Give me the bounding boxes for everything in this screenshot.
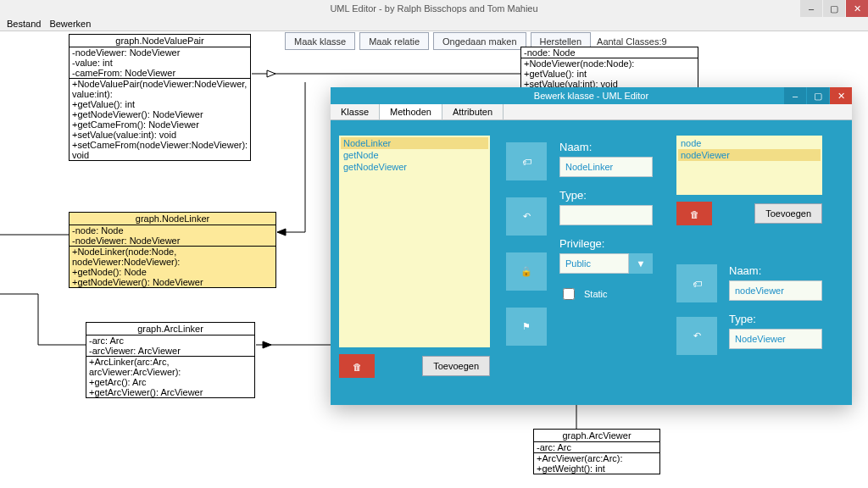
maximize-button[interactable]: ▢	[823, 0, 845, 17]
menu-edit[interactable]: Bewerken	[49, 17, 91, 30]
list-item[interactable]: node	[678, 137, 821, 149]
dialog-tabs: Klasse Methoden Attributen	[331, 104, 852, 120]
undo-icon: ↶	[693, 330, 701, 341]
privilege-value: Public	[559, 253, 629, 274]
class-attributes: -node: Node	[521, 47, 698, 58]
add-method-button[interactable]: Toevoegen	[422, 356, 490, 376]
delete-param-button[interactable]: 🗑	[676, 202, 712, 225]
class-operations: +NodeLinker(node:Node, nodeViewer:NodeVi…	[70, 247, 275, 287]
param-type-input[interactable]	[729, 329, 822, 349]
list-item[interactable]: getNodeViewer	[341, 161, 488, 173]
param-name-input[interactable]	[729, 280, 822, 301]
list-item[interactable]: nodeViewer	[678, 149, 821, 161]
tab-attributen[interactable]: Attributen	[442, 104, 504, 119]
add-param-button[interactable]: Toevoegen	[754, 203, 822, 224]
class-attributes: -nodeViewer: NodeViewer -value: int -cam…	[70, 47, 250, 79]
tag-icon: 🏷	[522, 157, 531, 167]
dialog-close-button[interactable]: ✕	[830, 87, 852, 104]
label-type: Type:	[559, 189, 661, 202]
class-operations: +ArcLinker(arc:Arc, arcViewer:ArcViewer)…	[86, 357, 254, 397]
flag-icon: ⚑	[522, 321, 531, 332]
list-item[interactable]: NodeLinker	[341, 137, 488, 149]
class-counter: Aantal Classes:9	[597, 36, 667, 47]
dialog-title: Bewerk klasse - UML Editor	[534, 91, 648, 101]
name-icon: 🏷	[506, 142, 547, 180]
class-operations: +NodeViewer(node:Node): +getValue(): int…	[521, 58, 698, 89]
dialog-title-bar[interactable]: Bewerk klasse - UML Editor – ▢ ✕	[331, 87, 852, 104]
class-title: graph.ArcViewer	[534, 430, 659, 442]
trash-icon: 🗑	[353, 362, 362, 372]
class-title: graph.NodeLinker	[70, 213, 275, 225]
class-title: graph.NodeValuePair	[70, 35, 250, 47]
svg-marker-2	[263, 341, 271, 348]
trash-icon: 🗑	[690, 209, 699, 219]
counter-value: 9	[661, 36, 666, 47]
class-attributes: -node: Node -nodeViewer: NodeViewer	[70, 225, 275, 247]
label-param-name: Naam:	[729, 264, 831, 277]
uml-class-arclinker[interactable]: graph.ArcLinker -arc: Arc -arcViewer: Ar…	[86, 322, 255, 398]
tag-icon: 🏷	[693, 279, 702, 289]
label-static: Static	[584, 289, 608, 299]
type-icon: ↶	[506, 197, 547, 236]
dialog-minimize-button[interactable]: –	[784, 87, 806, 104]
dialog-maximize-button[interactable]: ▢	[807, 87, 829, 104]
close-button[interactable]: ✕	[846, 0, 868, 17]
param-name-icon: 🏷	[676, 264, 717, 302]
make-relation-button[interactable]: Maak relatie	[359, 32, 429, 50]
label-param-type: Type:	[729, 313, 831, 325]
undo-button[interactable]: Ongedaan maken	[433, 32, 526, 50]
edit-class-dialog[interactable]: Bewerk klasse - UML Editor – ▢ ✕ Klasse …	[331, 87, 852, 405]
privilege-select[interactable]: Public ▼	[559, 253, 661, 274]
static-icon: ⚑	[506, 308, 547, 346]
methods-list[interactable]: NodeLinker getNode getNodeViewer	[339, 136, 490, 347]
uml-class-arcviewer[interactable]: graph.ArcViewer -arc: Arc +ArcViewer(arc…	[533, 429, 660, 474]
menubar: Bestand Bewerken	[0, 17, 868, 31]
method-type-input[interactable]	[559, 205, 653, 225]
make-class-button[interactable]: Maak klasse	[285, 32, 355, 50]
app-titlebar: UML Editor - by Ralph Bisschops and Tom …	[0, 0, 868, 17]
uml-class-nodelinker[interactable]: graph.NodeLinker -node: Node -nodeViewer…	[69, 212, 276, 288]
class-operations: +ArcViewer(arc:Arc): +getWeight(): int	[534, 453, 659, 474]
class-attributes: -arc: Arc	[534, 442, 659, 453]
list-item[interactable]: getNode	[341, 149, 488, 161]
params-list[interactable]: node nodeViewer	[676, 136, 822, 195]
uml-class-nodeviewer[interactable]: -node: Node +NodeViewer(node:Node): +get…	[520, 47, 698, 90]
menu-file[interactable]: Bestand	[7, 17, 41, 30]
undo-icon: ↶	[523, 211, 531, 222]
class-attributes: -arc: Arc -arcViewer: ArcViewer	[86, 336, 254, 357]
label-name: Naam:	[559, 141, 661, 153]
param-type-icon: ↶	[676, 317, 717, 355]
privilege-icon: 🔒	[506, 252, 547, 291]
tab-klasse[interactable]: Klasse	[331, 104, 380, 119]
static-checkbox[interactable]	[563, 288, 575, 300]
delete-method-button[interactable]: 🗑	[339, 354, 375, 378]
uml-canvas[interactable]: Maak klasse Maak relatie Ongedaan maken …	[0, 31, 868, 488]
class-title: graph.ArcLinker	[86, 323, 254, 336]
app-title: UML Editor - by Ralph Bisschops and Tom …	[330, 3, 537, 14]
svg-marker-0	[267, 70, 275, 77]
uml-class-nodevaluepair[interactable]: graph.NodeValuePair -nodeViewer: NodeVie…	[69, 34, 251, 161]
chevron-down-icon[interactable]: ▼	[629, 253, 653, 274]
tab-methoden[interactable]: Methoden	[380, 104, 442, 119]
counter-label: Aantal Classes:	[597, 36, 661, 47]
svg-marker-1	[277, 229, 286, 236]
label-privilege: Privilege:	[559, 237, 661, 250]
minimize-button[interactable]: –	[800, 0, 822, 17]
method-name-input[interactable]	[559, 157, 653, 177]
class-operations: +NodeValuePair(nodeViewer:NodeViewer, va…	[70, 79, 250, 160]
lock-icon: 🔒	[520, 266, 532, 277]
